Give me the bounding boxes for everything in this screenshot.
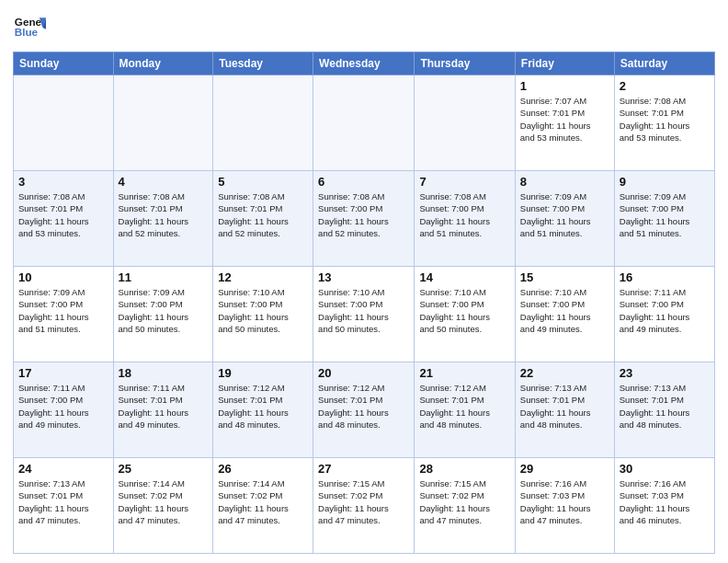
day-number: 10 [18, 270, 108, 284]
day-number: 8 [520, 175, 609, 189]
day-number: 21 [419, 366, 509, 380]
day-number: 1 [520, 79, 609, 93]
day-info: Sunrise: 7:08 AM Sunset: 7:01 PM Dayligh… [18, 190, 108, 239]
day-info: Sunrise: 7:08 AM Sunset: 7:01 PM Dayligh… [218, 190, 308, 239]
day-number: 19 [218, 366, 308, 380]
calendar-cell: 2Sunrise: 7:08 AM Sunset: 7:01 PM Daylig… [614, 75, 714, 171]
day-info: Sunrise: 7:14 AM Sunset: 7:02 PM Dayligh… [119, 477, 209, 526]
day-info: Sunrise: 7:14 AM Sunset: 7:02 PM Dayligh… [218, 477, 308, 526]
day-number: 4 [119, 175, 209, 189]
calendar-cell: 30Sunrise: 7:16 AM Sunset: 7:03 PM Dayli… [614, 458, 714, 554]
day-info: Sunrise: 7:13 AM Sunset: 7:01 PM Dayligh… [520, 382, 609, 431]
day-number: 9 [620, 175, 710, 189]
day-info: Sunrise: 7:10 AM Sunset: 7:00 PM Dayligh… [419, 286, 509, 335]
day-number: 2 [620, 79, 710, 93]
calendar-body: 1Sunrise: 7:07 AM Sunset: 7:01 PM Daylig… [14, 75, 715, 554]
calendar-cell: 28Sunrise: 7:15 AM Sunset: 7:02 PM Dayli… [415, 458, 515, 554]
calendar-cell: 4Sunrise: 7:08 AM Sunset: 7:01 PM Daylig… [113, 171, 213, 267]
calendar-cell: 25Sunrise: 7:14 AM Sunset: 7:02 PM Dayli… [113, 458, 213, 554]
day-number: 3 [18, 175, 108, 189]
day-info: Sunrise: 7:07 AM Sunset: 7:01 PM Dayligh… [520, 95, 609, 144]
calendar-cell: 12Sunrise: 7:10 AM Sunset: 7:00 PM Dayli… [213, 267, 313, 362]
weekday-header-row: SundayMondayTuesdayWednesdayThursdayFrid… [14, 52, 715, 75]
calendar-cell: 13Sunrise: 7:10 AM Sunset: 7:00 PM Dayli… [313, 267, 415, 362]
calendar-cell: 16Sunrise: 7:11 AM Sunset: 7:00 PM Dayli… [614, 267, 714, 362]
logo: General Blue [13, 11, 50, 44]
day-number: 25 [119, 462, 209, 476]
calendar-cell: 18Sunrise: 7:11 AM Sunset: 7:01 PM Dayli… [113, 362, 213, 458]
day-info: Sunrise: 7:12 AM Sunset: 7:01 PM Dayligh… [419, 382, 509, 431]
calendar-cell: 3Sunrise: 7:08 AM Sunset: 7:01 PM Daylig… [14, 171, 114, 267]
weekday-header-tuesday: Tuesday [213, 52, 313, 75]
day-info: Sunrise: 7:09 AM Sunset: 7:00 PM Dayligh… [119, 286, 209, 335]
day-info: Sunrise: 7:08 AM Sunset: 7:00 PM Dayligh… [318, 190, 409, 239]
day-info: Sunrise: 7:09 AM Sunset: 7:00 PM Dayligh… [520, 190, 609, 239]
weekday-header-friday: Friday [515, 52, 614, 75]
day-number: 26 [218, 462, 308, 476]
calendar-cell: 15Sunrise: 7:10 AM Sunset: 7:00 PM Dayli… [515, 267, 614, 362]
day-info: Sunrise: 7:13 AM Sunset: 7:01 PM Dayligh… [620, 382, 710, 431]
page-header: General Blue [13, 11, 715, 44]
weekday-header-saturday: Saturday [614, 52, 714, 75]
svg-text:Blue: Blue [15, 26, 39, 38]
day-number: 11 [119, 270, 209, 284]
calendar-cell: 11Sunrise: 7:09 AM Sunset: 7:00 PM Dayli… [113, 267, 213, 362]
day-number: 18 [119, 366, 209, 380]
weekday-header-sunday: Sunday [14, 52, 114, 75]
day-info: Sunrise: 7:08 AM Sunset: 7:01 PM Dayligh… [620, 95, 710, 144]
day-number: 13 [318, 270, 409, 284]
calendar-cell: 10Sunrise: 7:09 AM Sunset: 7:00 PM Dayli… [14, 267, 114, 362]
day-number: 29 [520, 462, 609, 476]
day-number: 27 [318, 462, 409, 476]
calendar-cell: 21Sunrise: 7:12 AM Sunset: 7:01 PM Dayli… [415, 362, 515, 458]
calendar-cell: 5Sunrise: 7:08 AM Sunset: 7:01 PM Daylig… [213, 171, 313, 267]
day-number: 14 [419, 270, 509, 284]
day-info: Sunrise: 7:09 AM Sunset: 7:00 PM Dayligh… [18, 286, 108, 335]
day-info: Sunrise: 7:12 AM Sunset: 7:01 PM Dayligh… [318, 382, 409, 431]
day-info: Sunrise: 7:10 AM Sunset: 7:00 PM Dayligh… [218, 286, 308, 335]
day-number: 15 [520, 270, 609, 284]
weekday-header-thursday: Thursday [415, 52, 515, 75]
calendar-cell: 9Sunrise: 7:09 AM Sunset: 7:00 PM Daylig… [614, 171, 714, 267]
calendar-cell: 29Sunrise: 7:16 AM Sunset: 7:03 PM Dayli… [515, 458, 614, 554]
weekday-header-monday: Monday [113, 52, 213, 75]
calendar-cell: 6Sunrise: 7:08 AM Sunset: 7:00 PM Daylig… [313, 171, 415, 267]
day-number: 24 [18, 462, 108, 476]
calendar-cell: 17Sunrise: 7:11 AM Sunset: 7:00 PM Dayli… [14, 362, 114, 458]
logo-icon: General Blue [13, 11, 46, 44]
day-info: Sunrise: 7:10 AM Sunset: 7:00 PM Dayligh… [318, 286, 409, 335]
day-number: 16 [620, 270, 710, 284]
day-info: Sunrise: 7:11 AM Sunset: 7:00 PM Dayligh… [620, 286, 710, 335]
day-number: 30 [620, 462, 710, 476]
day-info: Sunrise: 7:13 AM Sunset: 7:01 PM Dayligh… [18, 477, 108, 526]
calendar-cell: 1Sunrise: 7:07 AM Sunset: 7:01 PM Daylig… [515, 75, 614, 171]
day-number: 5 [218, 175, 308, 189]
day-info: Sunrise: 7:15 AM Sunset: 7:02 PM Dayligh… [419, 477, 509, 526]
day-info: Sunrise: 7:10 AM Sunset: 7:00 PM Dayligh… [520, 286, 609, 335]
calendar-cell: 27Sunrise: 7:15 AM Sunset: 7:02 PM Dayli… [313, 458, 415, 554]
calendar-cell [14, 75, 114, 171]
calendar-cell [313, 75, 415, 171]
calendar-cell: 24Sunrise: 7:13 AM Sunset: 7:01 PM Dayli… [14, 458, 114, 554]
calendar-week-4: 17Sunrise: 7:11 AM Sunset: 7:00 PM Dayli… [14, 362, 715, 458]
day-number: 20 [318, 366, 409, 380]
calendar-cell [113, 75, 213, 171]
calendar-cell [415, 75, 515, 171]
day-number: 7 [419, 175, 509, 189]
day-info: Sunrise: 7:15 AM Sunset: 7:02 PM Dayligh… [318, 477, 409, 526]
day-info: Sunrise: 7:16 AM Sunset: 7:03 PM Dayligh… [520, 477, 609, 526]
day-info: Sunrise: 7:11 AM Sunset: 7:00 PM Dayligh… [18, 382, 108, 431]
day-info: Sunrise: 7:11 AM Sunset: 7:01 PM Dayligh… [119, 382, 209, 431]
calendar-cell: 8Sunrise: 7:09 AM Sunset: 7:00 PM Daylig… [515, 171, 614, 267]
calendar-cell [213, 75, 313, 171]
day-number: 22 [520, 366, 609, 380]
day-info: Sunrise: 7:09 AM Sunset: 7:00 PM Dayligh… [620, 190, 710, 239]
day-info: Sunrise: 7:12 AM Sunset: 7:01 PM Dayligh… [218, 382, 308, 431]
day-number: 12 [218, 270, 308, 284]
day-info: Sunrise: 7:08 AM Sunset: 7:00 PM Dayligh… [419, 190, 509, 239]
day-number: 17 [18, 366, 108, 380]
calendar-cell: 26Sunrise: 7:14 AM Sunset: 7:02 PM Dayli… [213, 458, 313, 554]
calendar-cell: 19Sunrise: 7:12 AM Sunset: 7:01 PM Dayli… [213, 362, 313, 458]
calendar-week-2: 3Sunrise: 7:08 AM Sunset: 7:01 PM Daylig… [14, 171, 715, 267]
calendar-week-3: 10Sunrise: 7:09 AM Sunset: 7:00 PM Dayli… [14, 267, 715, 362]
